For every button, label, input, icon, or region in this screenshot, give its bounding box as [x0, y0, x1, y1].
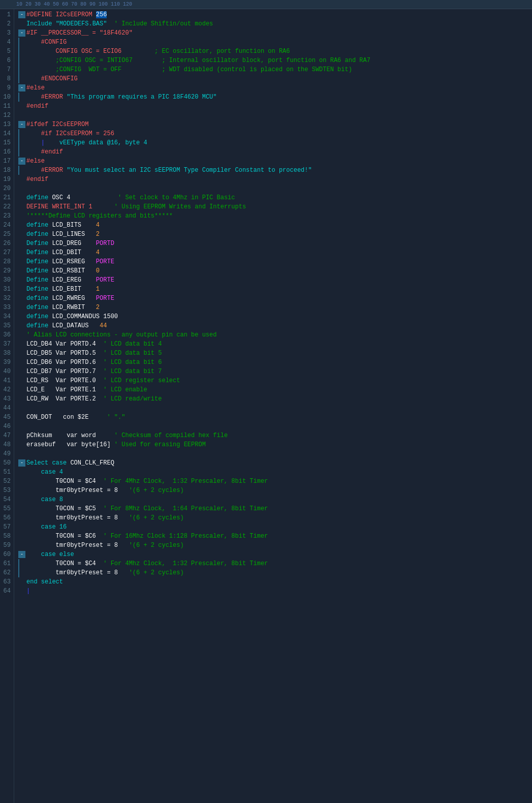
- code-line-23: '*****Define LCD registers and bits*****: [18, 211, 528, 221]
- code-line-59: tmr0bytPreset = 8 '(6 + 2 cycles): [18, 541, 528, 550]
- line-content-31: Define LCD_EBIT 1: [26, 285, 100, 294]
- code-line-63: end select: [18, 577, 528, 586]
- code-line-58: T0CON = $C6 ' For 16Mhz Clock 1:128 Pres…: [18, 532, 528, 541]
- editor-container: 1234567891011121314151617181920212223242…: [0, 9, 532, 803]
- code-line-3: -#IF __PROCESSOR__ = "18F4620": [18, 28, 528, 38]
- code-line-9: -#else: [18, 83, 528, 92]
- line-content-40: LCD_DB7 Var PORTD.7 ' LCD data bit 7: [26, 367, 162, 376]
- line-number-50: 50: [3, 458, 11, 468]
- line-content-13: #ifdef I2CsEEPROM: [26, 120, 88, 129]
- line-number-53: 53: [3, 486, 11, 495]
- code-line-22: DEFINE WRITE_INT 1 ' Using EEPROM Writes…: [18, 202, 528, 211]
- code-line-35: define LCD_DATAUS 44: [18, 321, 528, 330]
- code-line-46: [18, 422, 528, 431]
- line-number-22: 22: [3, 202, 11, 211]
- code-line-10: #ERROR "This program requires a PIC 18F4…: [18, 92, 528, 102]
- line-number-63: 63: [3, 577, 11, 586]
- code-line-8: #ENDCONFIG: [18, 74, 528, 83]
- line-number-61: 61: [3, 559, 11, 568]
- line-number-48: 48: [3, 440, 11, 449]
- line-number-36: 36: [3, 330, 11, 339]
- line-content-45: CON_DOT con $2E ' ".": [26, 413, 125, 422]
- code-line-13: -#ifdef I2CsEEPROM: [18, 120, 528, 129]
- fold-collapse-13[interactable]: -: [18, 121, 25, 128]
- line-content-5: CONFIG OSC = ECIO6 ; EC oscillator, port…: [26, 47, 290, 56]
- line-content-52: T0CON = $C4 ' For 4Mhz Clock, 1:32 Presc…: [26, 477, 268, 486]
- code-line-1: -#DEFINE I2CsEEPROM 256: [18, 10, 528, 19]
- code-line-6: ;CONFIG OSC = INTIO67 ; Internal oscilla…: [18, 56, 528, 65]
- fold-collapse-17[interactable]: -: [18, 158, 25, 165]
- line-content-16: #endif: [26, 147, 63, 157]
- line-number-40: 40: [3, 367, 11, 376]
- line-number-23: 23: [3, 211, 11, 221]
- line-number-41: 41: [3, 376, 11, 385]
- line-number-55: 55: [3, 504, 11, 513]
- code-line-31: Define LCD_EBIT 1: [18, 285, 528, 294]
- line-content-33: define LCD_RWBIT 2: [26, 303, 100, 312]
- line-number-57: 57: [3, 522, 11, 532]
- line-content-21: define OSC 4 ' Set clock to 4Mhz in PIC …: [26, 193, 235, 202]
- line-number-17: 17: [3, 157, 11, 166]
- line-content-26: Define LCD_DREG PORTD: [26, 239, 114, 248]
- code-area[interactable]: -#DEFINE I2CsEEPROM 256Include "MODEDEFS…: [14, 9, 532, 803]
- code-line-2: Include "MODEDEFS.BAS" ' Include Shiftin…: [18, 19, 528, 28]
- line-content-24: define LCD_BITS 4: [26, 221, 100, 230]
- line-content-3: #IF __PROCESSOR__ = "18F4620": [26, 28, 133, 38]
- line-number-7: 7: [3, 65, 11, 74]
- fold-line-14: [18, 129, 19, 138]
- line-number-60: 60: [3, 550, 11, 559]
- line-number-2: 2: [3, 19, 11, 28]
- line-content-2: Include "MODEDEFS.BAS" ' Include Shiftin…: [26, 19, 213, 28]
- code-line-57: case 16: [18, 522, 528, 532]
- fold-collapse-3[interactable]: -: [18, 29, 25, 37]
- code-line-30: Define LCD_EREG PORTE: [18, 275, 528, 285]
- code-line-16: #endif: [18, 147, 528, 157]
- line-content-43: LCD_RW Var PORTE.2 ' LCD read/write: [26, 394, 162, 404]
- code-line-19: #endif: [18, 175, 528, 184]
- fold-collapse-9[interactable]: -: [18, 84, 25, 91]
- fold-collapse-1[interactable]: -: [18, 11, 25, 18]
- line-content-4: #CONFIG: [26, 38, 67, 47]
- line-number-3: 3: [3, 28, 11, 38]
- code-line-53: tmr0bytPreset = 8 '(6 + 2 cycles): [18, 486, 528, 495]
- line-number-33: 33: [3, 303, 11, 312]
- line-number-58: 58: [3, 532, 11, 541]
- fold-collapse-60[interactable]: -: [18, 551, 25, 558]
- fold-line-7: [18, 65, 19, 74]
- line-content-8: #ENDCONFIG: [26, 74, 78, 83]
- line-number-12: 12: [3, 111, 11, 120]
- fold-line-10: [18, 92, 19, 102]
- line-content-60: case else: [26, 550, 74, 559]
- code-line-4: #CONFIG: [18, 38, 528, 47]
- line-number-31: 31: [3, 285, 11, 294]
- line-number-42: 42: [3, 385, 11, 394]
- line-content-22: DEFINE WRITE_INT 1 ' Using EEPROM Writes…: [26, 202, 246, 211]
- code-line-5: CONFIG OSC = ECIO6 ; EC oscillator, port…: [18, 47, 528, 56]
- line-number-13: 13: [3, 120, 11, 129]
- line-number-19: 19: [3, 175, 11, 184]
- line-content-50: Select case CON_CLK_FREQ: [26, 458, 114, 468]
- code-line-45: CON_DOT con $2E ' ".": [18, 413, 528, 422]
- code-line-28: Define LCD_RSREG PORTE: [18, 257, 528, 266]
- line-number-43: 43: [3, 394, 11, 404]
- ruler-bar: 10 20 30 40 50 60 70 80 90 100 110 120: [0, 0, 532, 9]
- fold-line-8: [18, 74, 19, 83]
- fold-collapse-50[interactable]: -: [18, 459, 25, 467]
- code-line-39: LCD_DB6 Var PORTD.6 ' LCD data bit 6: [18, 358, 528, 367]
- line-number-29: 29: [3, 266, 11, 275]
- line-number-15: 15: [3, 138, 11, 147]
- line-content-48: erasebuf var byte[16] ' Used for erasing…: [26, 440, 206, 449]
- line-content-17: #else: [26, 157, 45, 166]
- line-content-28: Define LCD_RSREG PORTE: [26, 257, 114, 266]
- fold-line-4: [18, 38, 19, 47]
- code-line-54: case 8: [18, 495, 528, 504]
- fold-line-61: [18, 559, 19, 568]
- line-content-56: tmr0bytPreset = 8 '(6 + 2 cycles): [26, 513, 184, 522]
- code-line-11: #endif: [18, 102, 528, 111]
- line-number-34: 34: [3, 312, 11, 321]
- line-content-29: Define LCD_RSBIT 0: [26, 266, 100, 275]
- line-content-32: define LCD_RWREG PORTE: [26, 294, 114, 303]
- line-content-23: '*****Define LCD registers and bits*****: [26, 211, 173, 221]
- code-line-55: T0CON = $C5 ' For 8Mhz Clock, 1:64 Presc…: [18, 504, 528, 513]
- line-content-34: define LCD_COMMANDUS 1500: [26, 312, 118, 321]
